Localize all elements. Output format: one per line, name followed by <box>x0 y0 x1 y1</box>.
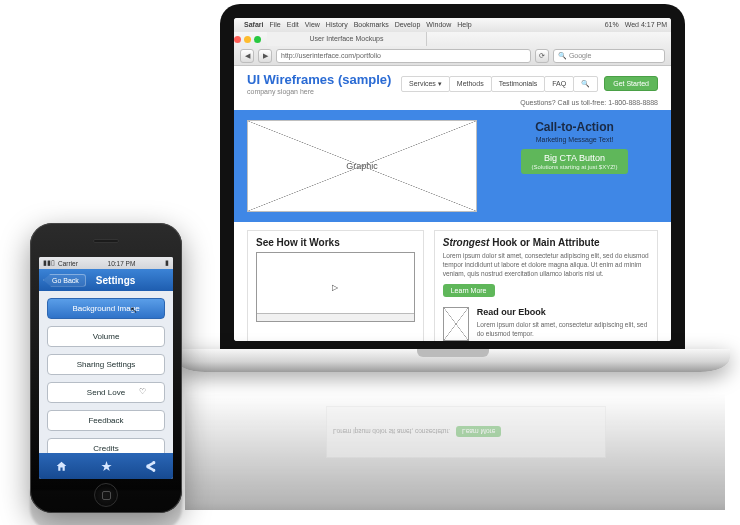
window-traffic-lights[interactable] <box>234 36 261 43</box>
graphic-label: Graphic <box>346 161 378 171</box>
play-icon[interactable]: ▷ <box>332 283 338 292</box>
settings-list: Background Image ↖ Volume Sharing Settin… <box>39 291 173 459</box>
hook-card: Strongest Hook or Main Attribute Lorem i… <box>434 230 658 341</box>
home-button[interactable] <box>94 483 118 507</box>
nav-item-methods[interactable]: Methods <box>449 76 492 92</box>
carrier-label: Carrier <box>58 260 78 267</box>
ebook-download-link[interactable]: Download the free PDF today <box>477 340 649 341</box>
hero-graphic-placeholder: Graphic <box>247 120 477 212</box>
nav-title: Settings <box>96 275 135 286</box>
how-it-works-card: See How it Works ▷ <box>247 230 424 341</box>
macbook-base <box>175 349 730 372</box>
zoom-window-icon[interactable] <box>254 36 261 43</box>
macbook-lid: Safari File Edit View History Bookmarks … <box>220 4 685 349</box>
settings-item-sharing-settings[interactable]: Sharing Settings <box>47 354 165 375</box>
macbook-notch <box>417 349 489 357</box>
ebook-body-text: Lorem ipsum dolor sit amet, consectetur … <box>477 321 649 339</box>
hero-cta: Call-to-Action Marketing Message Text! B… <box>491 120 658 212</box>
settings-item-volume[interactable]: Volume <box>47 326 165 347</box>
nav-item-faq[interactable]: FAQ <box>544 76 574 92</box>
menubar-item-help[interactable]: Help <box>457 18 471 32</box>
get-started-button[interactable]: Get Started <box>604 76 658 91</box>
call-us-note: Questions? Call us toll-free: 1-800-888-… <box>234 99 671 110</box>
menubar-app-name[interactable]: Safari <box>244 18 263 32</box>
learn-more-button[interactable]: Learn More <box>443 284 495 297</box>
video-placeholder[interactable]: ▷ <box>256 252 415 322</box>
iphone-device-frame: ▮▮▯ Carrier 10:17 PM ▮ Go Back Settings … <box>30 223 182 513</box>
reload-button[interactable]: ⟳ <box>535 49 549 63</box>
site-brand[interactable]: UI Wireframes (sample) <box>247 72 391 87</box>
macbook-device-frame: Safari File Edit View History Bookmarks … <box>175 4 730 404</box>
primary-nav: Services ▾ Methods Testimonials FAQ 🔍 <box>402 76 598 92</box>
minimize-window-icon[interactable] <box>244 36 251 43</box>
earpiece <box>93 239 119 243</box>
star-icon <box>100 460 113 473</box>
ios-status-bar: ▮▮▯ Carrier 10:17 PM ▮ <box>39 257 173 269</box>
settings-item-send-love[interactable]: Send Love ♡ <box>47 382 165 403</box>
browser-tab[interactable]: User Interface Mockups <box>267 32 427 46</box>
hook-heading: Strongest Hook or Main Attribute <box>443 237 649 248</box>
wireframe-page: UI Wireframes (sample) company slogan he… <box>234 66 671 341</box>
hook-body: Lorem ipsum dolor sit amet, consectetur … <box>443 252 649 278</box>
menubar-item-edit[interactable]: Edit <box>287 18 299 32</box>
page-header: UI Wireframes (sample) company slogan he… <box>234 66 671 99</box>
iphone-screen: ▮▮▯ Carrier 10:17 PM ▮ Go Back Settings … <box>39 257 173 479</box>
menubar-item-develop[interactable]: Develop <box>395 18 421 32</box>
battery-icon: ▮ <box>165 259 169 267</box>
menubar-battery: 61% <box>605 18 619 32</box>
site-slogan: company slogan here <box>247 88 391 95</box>
ios-tab-bar <box>39 453 173 479</box>
content-columns: See How it Works ▷ Strongest Hook or Mai… <box>234 222 671 341</box>
home-square-icon <box>102 491 111 500</box>
macos-menubar: Safari File Edit View History Bookmarks … <box>234 18 671 32</box>
macbook-screen: Safari File Edit View History Bookmarks … <box>234 18 671 341</box>
hero-section: Graphic Call-to-Action Marketing Message… <box>234 110 671 222</box>
menubar-item-file[interactable]: File <box>269 18 280 32</box>
close-window-icon[interactable] <box>234 36 241 43</box>
nav-item-search[interactable]: 🔍 <box>573 76 598 92</box>
tab-favorites[interactable] <box>84 453 129 479</box>
browser-search-field[interactable]: 🔍 Google <box>553 49 665 63</box>
tab-home[interactable] <box>39 453 84 479</box>
menubar-item-bookmarks[interactable]: Bookmarks <box>354 18 389 32</box>
nav-item-services[interactable]: Services ▾ <box>401 76 450 92</box>
safari-browser-chrome: User Interface Mockups ◀ ▶ http://userin… <box>234 32 671 66</box>
heart-icon: ♡ <box>139 387 146 396</box>
menubar-item-window[interactable]: Window <box>426 18 451 32</box>
settings-item-background-image[interactable]: Background Image ↖ <box>47 298 165 319</box>
tab-share[interactable] <box>128 453 173 479</box>
go-back-button[interactable]: Go Back <box>43 274 86 287</box>
home-icon <box>55 460 68 473</box>
ebook-heading: Read our Ebook <box>477 307 649 317</box>
how-it-works-heading: See How it Works <box>256 237 415 248</box>
ios-nav-bar: Go Back Settings <box>39 269 173 291</box>
status-clock: 10:17 PM <box>78 260 165 267</box>
nav-forward-button[interactable]: ▶ <box>258 49 272 63</box>
phone-number[interactable]: 1-800-888-8888 <box>608 99 658 106</box>
nav-back-button[interactable]: ◀ <box>240 49 254 63</box>
big-cta-button[interactable]: Big CTA Button (Solutions starting at ju… <box>521 149 627 174</box>
signal-bars-icon: ▮▮▯ <box>43 259 55 267</box>
share-icon <box>144 460 157 473</box>
ebook-thumbnail-placeholder <box>443 307 469 341</box>
settings-item-feedback[interactable]: Feedback <box>47 410 165 431</box>
address-bar[interactable]: http://userinterface.com/portfolio <box>276 49 531 63</box>
menubar-item-history[interactable]: History <box>326 18 348 32</box>
cta-heading: Call-to-Action <box>491 120 658 134</box>
nav-item-testimonials[interactable]: Testimonials <box>491 76 546 92</box>
menubar-clock: Wed 4:17 PM <box>625 18 667 32</box>
page-reflection-card: Lorem ipsum dolor sit amet, consectetur.… <box>326 406 606 458</box>
video-controls[interactable] <box>257 313 414 321</box>
cta-subheading: Marketing Message Text! <box>491 136 658 143</box>
menubar-item-view[interactable]: View <box>305 18 320 32</box>
ebook-row: Read our Ebook Lorem ipsum dolor sit ame… <box>443 307 649 341</box>
